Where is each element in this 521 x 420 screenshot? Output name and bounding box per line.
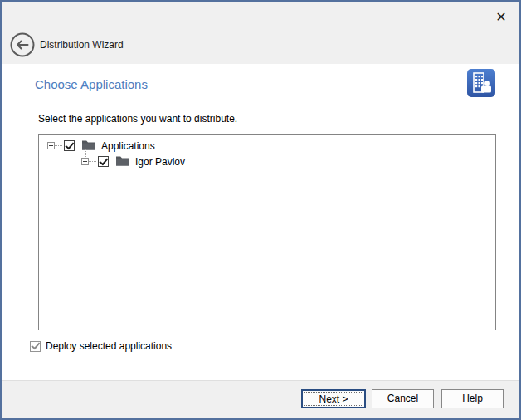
back-arrow-icon [10,46,35,60]
deploy-checkbox[interactable] [30,341,41,352]
next-button[interactable]: Next > [301,389,366,408]
window-title: Distribution Wizard [40,39,124,51]
tree-item-label[interactable]: Applications [101,140,155,152]
deploy-option: Deploy selected applications [28,340,172,352]
applications-tree[interactable]: Applications Igor Pavlov [38,134,496,330]
cancel-button[interactable]: Cancel [372,389,434,408]
expand-icon[interactable] [81,158,89,165]
page-title: Choose Applications [35,77,148,91]
wizard-page: Choose Applications [2,64,519,381]
tree-dotted-connector [55,145,62,146]
tree-item-label[interactable]: Igor Pavlov [135,156,185,168]
back-button[interactable] [10,32,35,57]
applications-checkbox[interactable] [64,140,75,151]
tree-dotted-connector [89,161,96,162]
button-bar: Next > Cancel Help [2,380,519,418]
help-button[interactable]: Help [441,389,504,408]
deploy-checkbox-label: Deploy selected applications [46,340,172,352]
igor-pavlov-checkbox[interactable] [98,156,109,167]
folder-icon [81,139,95,154]
close-icon[interactable]: ✕ [491,7,511,27]
tree-item-applications[interactable]: Applications [47,138,495,154]
instruction-text: Select the applications you want to dist… [38,113,237,125]
folder-icon [115,154,129,169]
applications-icon [466,68,496,98]
title-bar: Distribution Wizard ✕ [2,2,519,64]
collapse-icon[interactable] [47,142,55,149]
tree-item-igor-pavlov[interactable]: Igor Pavlov [81,154,495,169]
focus-rectangle [304,392,363,406]
distribution-wizard-window: Distribution Wizard ✕ Choose Application… [0,0,521,420]
